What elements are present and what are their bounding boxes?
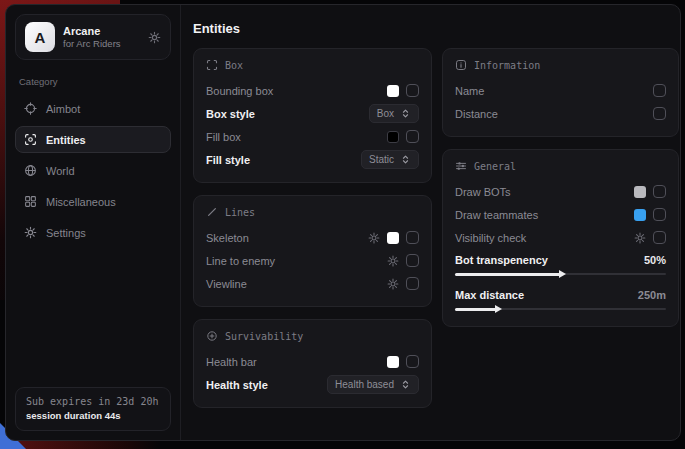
setting-label: Fill style bbox=[206, 154, 250, 166]
page-title: Entities bbox=[193, 21, 679, 36]
card-survivability-header: Survivability bbox=[206, 330, 419, 342]
color-swatch[interactable] bbox=[634, 186, 646, 198]
setting-row-fill-box: Fill box bbox=[206, 126, 419, 147]
setting-row-name: Name bbox=[455, 80, 666, 101]
checkbox[interactable] bbox=[653, 185, 666, 198]
setting-label: Line to enemy bbox=[206, 255, 275, 267]
setting-label: Health bar bbox=[206, 356, 257, 368]
setting-label: Box style bbox=[206, 108, 255, 120]
subscription-card: Sub expires in 23d 20h session duration … bbox=[15, 387, 171, 431]
gear-icon[interactable] bbox=[387, 278, 399, 290]
dropdown-health-style[interactable]: Health based bbox=[327, 375, 419, 394]
color-swatch[interactable] bbox=[634, 209, 646, 221]
slider-value: 50% bbox=[644, 254, 666, 266]
color-swatch[interactable] bbox=[387, 85, 399, 97]
checkbox[interactable] bbox=[406, 355, 419, 368]
slider-thumb[interactable] bbox=[559, 270, 566, 278]
gear-icon[interactable] bbox=[368, 232, 380, 244]
box-corners-icon bbox=[206, 59, 218, 71]
setting-row-max-distance: Max distance 250m bbox=[455, 289, 666, 314]
globe-icon bbox=[24, 164, 37, 177]
chevrons-up-down-icon bbox=[400, 379, 411, 390]
brand-logo: A bbox=[25, 22, 55, 52]
health-cross-icon bbox=[206, 330, 218, 342]
card-information: Information Name Distance bbox=[442, 48, 679, 137]
dropdown-value: Box bbox=[377, 108, 394, 119]
slider-fill bbox=[455, 273, 561, 276]
sidebar-item-miscellaneous[interactable]: Miscellaneous bbox=[15, 188, 171, 215]
checkbox[interactable] bbox=[406, 277, 419, 290]
dropdown-value: Health based bbox=[335, 379, 394, 390]
gear-icon bbox=[24, 226, 37, 239]
setting-label: Bounding box bbox=[206, 85, 273, 97]
sidebar: A Arcane for Arc Riders Category Aimbot … bbox=[6, 5, 181, 440]
sidebar-item-world[interactable]: World bbox=[15, 157, 171, 184]
gear-icon[interactable] bbox=[387, 255, 399, 267]
max-distance-slider[interactable] bbox=[455, 304, 666, 314]
setting-label: Visibility check bbox=[455, 232, 526, 244]
brand-settings-gear-icon[interactable] bbox=[148, 31, 161, 44]
color-swatch[interactable] bbox=[387, 356, 399, 368]
dropdown-fill-style[interactable]: Static bbox=[361, 150, 419, 169]
setting-label: Distance bbox=[455, 108, 498, 120]
slider-fill bbox=[455, 308, 497, 311]
card-title: Lines bbox=[225, 207, 255, 218]
setting-row-health-bar: Health bar bbox=[206, 351, 419, 372]
slider-thumb[interactable] bbox=[495, 305, 502, 313]
card-information-header: Information bbox=[455, 59, 666, 71]
sidebar-item-label: Settings bbox=[46, 227, 86, 239]
checkbox[interactable] bbox=[653, 107, 666, 120]
checkbox[interactable] bbox=[406, 254, 419, 267]
setting-row-visibility-check: Visibility check bbox=[455, 227, 666, 248]
brand-subtitle: for Arc Riders bbox=[63, 38, 140, 50]
setting-label: Draw BOTs bbox=[455, 186, 511, 198]
sidebar-item-label: Entities bbox=[46, 134, 86, 146]
card-title: Information bbox=[474, 60, 540, 71]
scan-eye-icon bbox=[24, 133, 37, 146]
brand-title: Arcane bbox=[63, 25, 140, 38]
setting-label: Fill box bbox=[206, 131, 241, 143]
setting-row-skeleton: Skeleton bbox=[206, 227, 419, 248]
main-content: Entities Box Bounding box bbox=[181, 5, 681, 440]
checkbox[interactable] bbox=[653, 231, 666, 244]
setting-row-distance: Distance bbox=[455, 103, 666, 124]
chevrons-up-down-icon bbox=[400, 154, 411, 165]
bot-transparency-slider[interactable] bbox=[455, 269, 666, 279]
checkbox[interactable] bbox=[653, 84, 666, 97]
setting-label: Bot transpenency bbox=[455, 254, 548, 266]
sidebar-item-aimbot[interactable]: Aimbot bbox=[15, 95, 171, 122]
color-swatch[interactable] bbox=[387, 232, 399, 244]
dropdown-box-style[interactable]: Box bbox=[369, 104, 419, 123]
setting-label: Viewline bbox=[206, 278, 247, 290]
chevrons-up-down-icon bbox=[400, 108, 411, 119]
card-title: Box bbox=[225, 60, 243, 71]
card-box-header: Box bbox=[206, 59, 419, 71]
info-icon bbox=[455, 59, 467, 71]
session-duration: session duration 44s bbox=[26, 409, 160, 422]
sidebar-item-settings[interactable]: Settings bbox=[15, 219, 171, 246]
checkbox[interactable] bbox=[653, 208, 666, 221]
sidebar-nav: Aimbot Entities World Miscellaneous Sett… bbox=[15, 95, 171, 246]
setting-row-draw-teammates: Draw teammates bbox=[455, 204, 666, 225]
gear-icon[interactable] bbox=[634, 232, 646, 244]
setting-label: Draw teammates bbox=[455, 209, 538, 221]
setting-row-bot-transparency: Bot transpenency 50% bbox=[455, 254, 666, 279]
setting-row-bounding-box: Bounding box bbox=[206, 80, 419, 101]
checkbox[interactable] bbox=[406, 231, 419, 244]
setting-label: Health style bbox=[206, 379, 268, 391]
category-label: Category bbox=[19, 76, 171, 87]
sidebar-item-entities[interactable]: Entities bbox=[15, 126, 171, 153]
sidebar-item-label: Miscellaneous bbox=[46, 196, 116, 208]
setting-label: Name bbox=[455, 85, 484, 97]
color-swatch[interactable] bbox=[387, 131, 399, 143]
line-icon bbox=[206, 206, 218, 218]
setting-row-fill-style: Fill style Static bbox=[206, 149, 419, 170]
sidebar-item-label: Aimbot bbox=[46, 103, 80, 115]
setting-row-viewline: Viewline bbox=[206, 273, 419, 294]
app-window: A Arcane for Arc Riders Category Aimbot … bbox=[5, 4, 681, 441]
checkbox[interactable] bbox=[406, 84, 419, 97]
sidebar-item-label: World bbox=[46, 165, 75, 177]
checkbox[interactable] bbox=[406, 130, 419, 143]
layout-grid-icon bbox=[24, 195, 37, 208]
dropdown-value: Static bbox=[369, 154, 394, 165]
